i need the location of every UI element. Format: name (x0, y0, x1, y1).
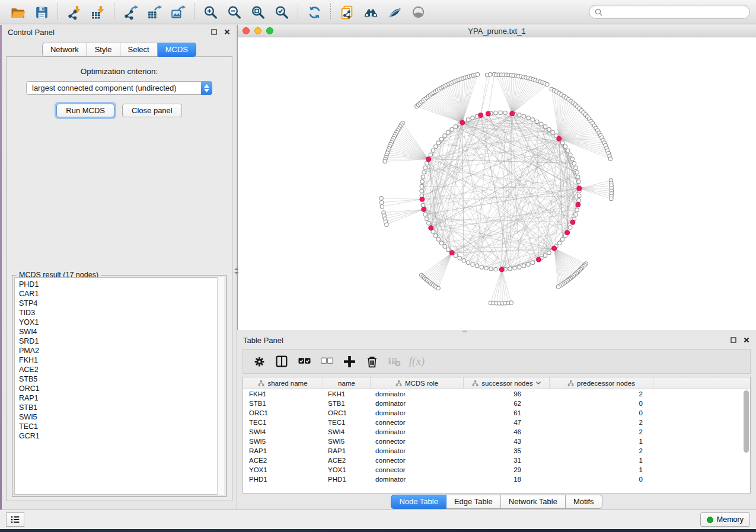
network-from-selection-button[interactable] (335, 2, 359, 22)
table-row-orc1[interactable]: ORC1ORC1dominator610 (243, 408, 750, 418)
cell[interactable]: 46 (464, 427, 550, 437)
mcds-result-item[interactable]: GCR1 (19, 431, 224, 441)
mcds-result-item[interactable]: FKH1 (19, 355, 224, 365)
table-scrollbar-thumb[interactable] (744, 390, 749, 453)
cell[interactable]: connector (371, 465, 464, 475)
run-mcds-button[interactable]: Run MCDS (56, 104, 114, 117)
column-header-successor-nodes[interactable]: successor nodes (464, 377, 550, 389)
zoom-fit-button[interactable] (246, 2, 270, 22)
cell[interactable]: 61 (464, 408, 550, 418)
cell[interactable]: STB1 (243, 399, 323, 408)
cell[interactable]: 1 (550, 437, 653, 446)
split-view-button[interactable] (270, 351, 293, 372)
table-tab-node-table[interactable]: Node Table (391, 495, 446, 509)
table-options-gear-button[interactable] (248, 351, 270, 372)
cell[interactable]: YOX1 (243, 465, 323, 475)
mcds-result-item[interactable]: PMA2 (19, 346, 224, 355)
column-header-shared-name[interactable]: shared name (243, 377, 323, 389)
cell[interactable]: 1 (550, 465, 653, 475)
cell[interactable]: dominator (371, 389, 464, 399)
network-canvas[interactable] (238, 37, 756, 330)
cell[interactable]: FKH1 (243, 389, 323, 399)
cell[interactable]: RAP1 (323, 446, 371, 456)
cell[interactable]: ORC1 (323, 408, 371, 418)
select-all-button[interactable] (293, 351, 315, 372)
cell[interactable]: ACE2 (243, 456, 323, 465)
cell[interactable]: SWI5 (243, 437, 323, 446)
mcds-result-item[interactable]: RAP1 (19, 393, 224, 403)
cell[interactable]: connector (371, 456, 464, 465)
cell[interactable]: 47 (464, 418, 550, 427)
cell[interactable]: 2 (550, 427, 653, 437)
cell[interactable]: SWI4 (243, 427, 323, 437)
table-row-ace2[interactable]: ACE2ACE2connector311 (243, 456, 750, 465)
network-graph[interactable] (238, 37, 756, 330)
cell[interactable]: dominator (371, 446, 464, 456)
table-row-swi5[interactable]: SWI5SWI5connector431 (243, 437, 750, 446)
zoom-in-button[interactable] (199, 2, 222, 22)
close-table-panel-icon[interactable] (743, 336, 750, 344)
table-row-phd1[interactable]: PHD1PHD1dominator180 (243, 475, 750, 484)
cell[interactable]: 62 (464, 399, 550, 408)
tab-mcds[interactable]: MCDS (158, 43, 196, 57)
cell[interactable]: connector (371, 437, 464, 446)
task-history-button[interactable] (6, 512, 24, 527)
cell[interactable]: dominator (371, 427, 464, 437)
cell[interactable]: 0 (550, 475, 653, 484)
cell[interactable]: 96 (464, 389, 550, 399)
cell[interactable]: 2 (550, 446, 653, 456)
cell[interactable]: YOX1 (323, 465, 371, 475)
close-panel-icon[interactable] (224, 28, 231, 36)
cell[interactable]: PHD1 (243, 475, 323, 484)
table-tab-network-table[interactable]: Network Table (501, 495, 566, 509)
cell[interactable]: 2 (550, 389, 653, 399)
mcds-result-item[interactable]: STB5 (19, 374, 224, 384)
open-file-button[interactable] (6, 2, 30, 22)
mcds-result-item[interactable]: STP4 (19, 299, 224, 308)
cell[interactable]: 1 (550, 456, 653, 465)
import-table-button[interactable] (86, 2, 110, 22)
mcds-result-item[interactable]: ACE2 (19, 365, 224, 374)
mcds-result-item[interactable]: SRD1 (19, 336, 224, 346)
cell[interactable]: PHD1 (323, 475, 371, 484)
cell[interactable]: 18 (464, 475, 550, 484)
add-column-button[interactable] (338, 351, 361, 372)
refresh-view-button[interactable] (302, 2, 326, 22)
cell[interactable]: RAP1 (243, 446, 323, 456)
cell[interactable]: 43 (464, 437, 550, 446)
cell[interactable]: 31 (464, 456, 550, 465)
function-builder-button[interactable]: f(x) (406, 351, 428, 372)
import-network-button[interactable] (62, 2, 86, 22)
delete-table-button[interactable] (383, 351, 406, 372)
table-tab-motifs[interactable]: Motifs (566, 495, 602, 509)
mcds-result-item[interactable]: SWI5 (19, 412, 224, 422)
float-panel-icon[interactable] (210, 28, 218, 36)
cell[interactable]: 35 (464, 446, 550, 456)
mcds-result-item[interactable]: STB1 (19, 403, 224, 412)
mcds-result-item[interactable]: ORC1 (19, 384, 224, 393)
cell[interactable]: 0 (550, 408, 653, 418)
optimization-select[interactable]: largest connected component (undirected) (26, 81, 212, 95)
cell[interactable]: SWI5 (323, 437, 371, 446)
splitter-collapse-buttons[interactable] (234, 265, 237, 278)
table-row-swi4[interactable]: SWI4SWI4dominator462 (243, 427, 750, 437)
export-network-button[interactable] (119, 2, 142, 22)
search-box[interactable] (589, 5, 750, 19)
column-header-predecessor-nodes[interactable]: predecessor nodes (550, 377, 653, 389)
mcds-result-item[interactable]: SWI4 (19, 327, 224, 336)
column-header-name[interactable]: name (323, 377, 371, 389)
delete-column-button[interactable] (361, 351, 383, 372)
cell[interactable]: FKH1 (323, 389, 371, 399)
mcds-result-item[interactable]: CAR1 (19, 289, 224, 299)
mcds-result-item[interactable]: TEC1 (19, 422, 224, 431)
search-input[interactable] (605, 8, 744, 16)
cell[interactable]: dominator (371, 475, 464, 484)
mcds-result-item[interactable]: YOX1 (19, 318, 224, 327)
column-header-mcds-role[interactable]: MCDS role (371, 377, 464, 389)
search-binoculars-button[interactable] (359, 2, 382, 22)
table-tab-edge-table[interactable]: Edge Table (446, 495, 501, 509)
show-hide-button[interactable] (406, 2, 430, 22)
cell[interactable]: TEC1 (243, 418, 323, 427)
table-row-tec1[interactable]: TEC1TEC1connector472 (243, 418, 750, 427)
zoom-out-button[interactable] (222, 2, 246, 22)
